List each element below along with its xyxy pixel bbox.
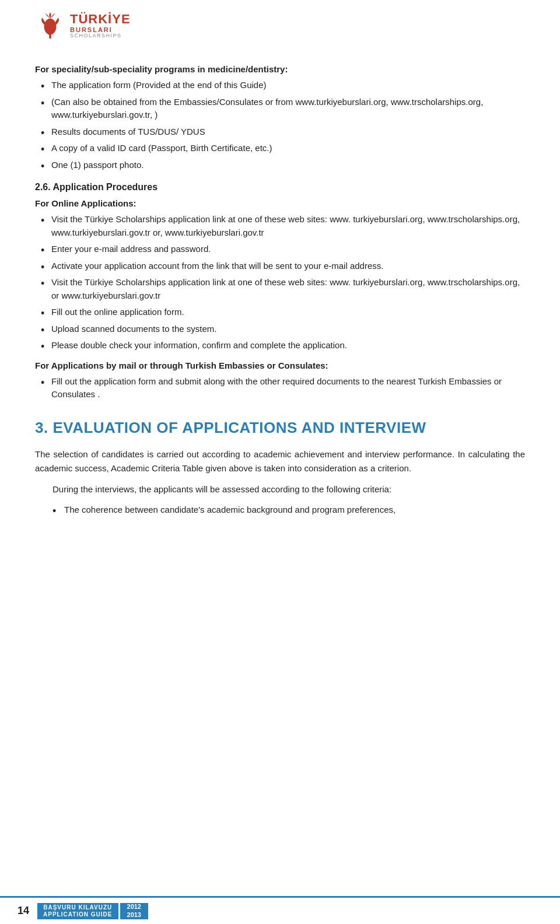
footer-page-number: 14 (18, 905, 29, 917)
footer-years: 2012 2013 (120, 903, 148, 919)
logo-scholarships-text: SCHOLARSHIPS (70, 33, 131, 39)
mail-bullet-list: Fill out the application form and submit… (35, 375, 525, 401)
list-item: A copy of a valid ID card (Passport, Bir… (35, 142, 525, 155)
section3-bullet-list: The coherence between candidate's academ… (35, 503, 525, 517)
svg-point-0 (44, 19, 57, 35)
list-item: Fill out the application form and submit… (35, 375, 525, 401)
online-bullet-5: Fill out the online application form. (51, 307, 184, 317)
list-item: The coherence between candidate's academ… (35, 503, 525, 517)
logo-turkiye-text: TÜRKİYE (70, 12, 131, 26)
footer-badge-line2: APPLICATION GUIDE (43, 911, 112, 918)
main-content: For speciality/sub-speciality programs i… (0, 47, 560, 557)
list-item: One (1) passport photo. (35, 159, 525, 172)
header: TÜRKİYE BURSLARI SCHOLARSHIPS (0, 0, 560, 47)
logo-emblem-icon (35, 10, 65, 41)
footer-badge: BAŞVURU KILAVUZU APPLICATION GUIDE 2012 … (37, 903, 148, 919)
online-bullet-6: Upload scanned documents to the system. (51, 324, 217, 334)
online-bullet-7: Please double check your information, co… (51, 340, 347, 350)
page: TÜRKİYE BURSLARI SCHOLARSHIPS For specia… (0, 0, 560, 924)
speciality-bullet-3: Results documents of TUS/DUS/ YDUS (51, 127, 205, 136)
footer-year1: 2012 (127, 903, 141, 911)
online-bullet-3: Activate your application account from t… (51, 261, 383, 271)
online-bullet-list: Visit the Türkiye Scholarships applicati… (35, 213, 525, 352)
online-bullet-2: Enter your e-mail address and password. (51, 244, 211, 254)
section-26-heading: 2.6. Application Procedures (35, 182, 525, 192)
section3-para2: During the interviews, the applicants wi… (52, 482, 525, 496)
footer: 14 BAŞVURU KILAVUZU APPLICATION GUIDE 20… (0, 896, 560, 924)
list-item: Enter your e-mail address and password. (35, 243, 525, 256)
mail-bullet-1: Fill out the application form and submit… (51, 376, 502, 400)
online-applications-heading: For Online Applications: (35, 198, 525, 208)
list-item: (Can also be obtained from the Embassies… (35, 96, 525, 122)
list-item: Upload scanned documents to the system. (35, 323, 525, 336)
list-item: Visit the Türkiye Scholarships applicati… (35, 276, 525, 302)
speciality-bullet-4: A copy of a valid ID card (Passport, Bir… (51, 143, 272, 153)
speciality-heading: For speciality/sub-speciality programs i… (35, 64, 525, 74)
footer-badge-label: BAŞVURU KILAVUZU APPLICATION GUIDE (37, 903, 118, 919)
speciality-bullet-list: The application form (Provided at the en… (35, 79, 525, 172)
speciality-bullet-5: One (1) passport photo. (51, 160, 144, 170)
section3-bullet-1: The coherence between candidate's academ… (64, 505, 396, 514)
online-bullet-1: Visit the Türkiye Scholarships applicati… (51, 214, 520, 237)
footer-divider (118, 905, 119, 917)
footer-badge-line1: BAŞVURU KILAVUZU (43, 904, 112, 911)
list-item: Activate your application account from t… (35, 260, 525, 273)
speciality-bullet-1: The application form (Provided at the en… (51, 80, 267, 90)
mail-applications-heading: For Applications by mail or through Turk… (35, 360, 525, 370)
list-item: Please double check your information, co… (35, 339, 525, 352)
section3-heading: 3. EVALUATION OF APPLICATIONS AND INTERV… (35, 419, 525, 437)
online-bullet-4: Visit the Türkiye Scholarships applicati… (51, 277, 520, 300)
list-item: The application form (Provided at the en… (35, 79, 525, 92)
list-item: Fill out the online application form. (35, 306, 525, 319)
logo-text-area: TÜRKİYE BURSLARI SCHOLARSHIPS (70, 12, 131, 39)
list-item: Results documents of TUS/DUS/ YDUS (35, 125, 525, 139)
speciality-bullet-2: (Can also be obtained from the Embassies… (51, 97, 483, 120)
list-item: Visit the Türkiye Scholarships applicati… (35, 213, 525, 239)
svg-rect-1 (49, 34, 51, 39)
section3-para1: The selection of candidates is carried o… (35, 447, 525, 475)
logo-area: TÜRKİYE BURSLARI SCHOLARSHIPS (35, 10, 131, 41)
footer-year2: 2013 (127, 911, 141, 919)
